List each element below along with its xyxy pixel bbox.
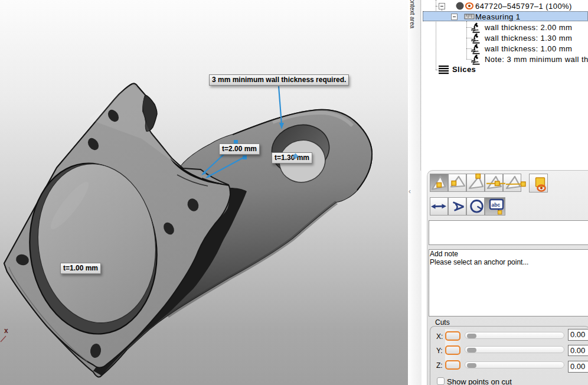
svg-text:abc: abc	[492, 202, 501, 208]
